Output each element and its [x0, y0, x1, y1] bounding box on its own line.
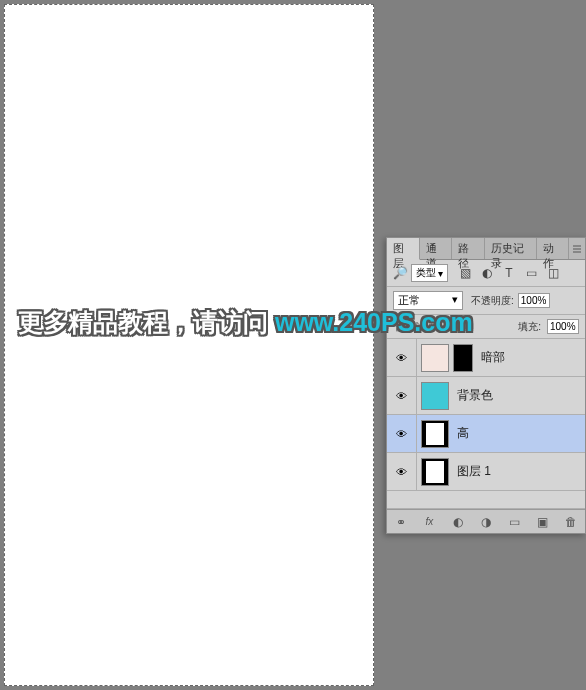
tab-actions[interactable]: 动作 — [537, 238, 570, 259]
blend-mode-select[interactable]: 正常 ▾ — [393, 291, 463, 310]
visibility-toggle[interactable]: 👁 — [387, 377, 417, 414]
layer-item[interactable]: 👁 背景色 — [387, 377, 585, 415]
layer-item[interactable]: 👁 暗部 — [387, 339, 585, 377]
smart-filter-icon[interactable]: ◫ — [546, 266, 560, 280]
shape-filter-icon[interactable]: ▭ — [524, 266, 538, 280]
lock-position-icon[interactable]: ✥ — [429, 320, 443, 334]
eye-icon: 👁 — [396, 390, 407, 402]
visibility-toggle[interactable]: 👁 — [387, 339, 417, 376]
fx-icon[interactable]: fx — [420, 513, 438, 531]
visibility-toggle[interactable]: 👁 — [387, 415, 417, 452]
visibility-toggle[interactable]: 👁 — [387, 453, 417, 490]
layers-panel: 图层 通道 路径 历史记录 动作 🔎 类型 ▾ ▧ ◐ T ▭ ◫ 正常 ▾ 不… — [386, 237, 586, 534]
lock-icons: ▦ ✎ ✥ 🔒 — [393, 320, 461, 334]
layer-thumbnail[interactable] — [421, 344, 449, 372]
adjustment-filter-icon[interactable]: ◐ — [480, 266, 494, 280]
eye-icon: 👁 — [396, 352, 407, 364]
pixel-filter-icon[interactable]: ▧ — [458, 266, 472, 280]
lock-row: ▦ ✎ ✥ 🔒 填充: 100% — [387, 315, 585, 339]
layer-item[interactable]: 👁 图层 1 — [387, 453, 585, 491]
tab-paths[interactable]: 路径 — [452, 238, 485, 259]
layer-mask-thumbnail[interactable] — [421, 458, 449, 486]
blend-mode-label: 正常 — [398, 293, 420, 308]
fill-label: 填充: — [518, 320, 541, 334]
chevron-down-icon: ▾ — [452, 293, 458, 308]
document-canvas[interactable] — [4, 4, 374, 686]
adjustment-icon[interactable]: ◑ — [477, 513, 495, 531]
tab-layers[interactable]: 图层 — [387, 238, 420, 260]
fill-input[interactable]: 100% — [547, 319, 579, 334]
lock-brush-icon[interactable]: ✎ — [411, 320, 425, 334]
trash-icon[interactable]: 🗑 — [562, 513, 580, 531]
lock-all-icon[interactable]: 🔒 — [447, 320, 461, 334]
mask-icon[interactable]: ◐ — [449, 513, 467, 531]
layer-name[interactable]: 图层 1 — [457, 463, 491, 480]
panel-menu-icon[interactable] — [569, 238, 585, 259]
layer-mask-thumbnail[interactable] — [453, 344, 473, 372]
layer-name[interactable]: 背景色 — [457, 387, 493, 404]
layer-name[interactable]: 暗部 — [481, 349, 505, 366]
tab-channels[interactable]: 通道 — [420, 238, 453, 259]
filter-icons: ▧ ◐ T ▭ ◫ — [458, 266, 560, 280]
layer-spacer — [387, 491, 585, 509]
panel-tabs: 图层 通道 路径 历史记录 动作 — [387, 238, 585, 260]
filter-row: 🔎 类型 ▾ ▧ ◐ T ▭ ◫ — [387, 260, 585, 287]
layer-list: 👁 暗部 👁 背景色 👁 高 👁 图层 1 — [387, 339, 585, 509]
filter-type-label: 类型 — [416, 266, 436, 280]
search-icon: 🔎 — [393, 266, 407, 280]
new-layer-icon[interactable]: ▣ — [534, 513, 552, 531]
chevron-down-icon: ▾ — [438, 268, 443, 279]
lock-transparency-icon[interactable]: ▦ — [393, 320, 407, 334]
panel-bottom-bar: ⚭ fx ◐ ◑ ▭ ▣ 🗑 — [387, 509, 585, 533]
layer-item[interactable]: 👁 高 — [387, 415, 585, 453]
filter-type-select[interactable]: 类型 ▾ — [411, 264, 448, 282]
layer-thumbnail[interactable] — [421, 382, 449, 410]
group-icon[interactable]: ▭ — [505, 513, 523, 531]
blend-row: 正常 ▾ 不透明度: 100% — [387, 287, 585, 315]
eye-icon: 👁 — [396, 428, 407, 440]
tab-history[interactable]: 历史记录 — [485, 238, 537, 259]
type-filter-icon[interactable]: T — [502, 266, 516, 280]
layer-mask-thumbnail[interactable] — [421, 420, 449, 448]
link-layers-icon[interactable]: ⚭ — [392, 513, 410, 531]
opacity-input[interactable]: 100% — [518, 293, 550, 308]
layer-name[interactable]: 高 — [457, 425, 469, 442]
eye-icon: 👁 — [396, 466, 407, 478]
opacity-label: 不透明度: — [471, 294, 514, 308]
